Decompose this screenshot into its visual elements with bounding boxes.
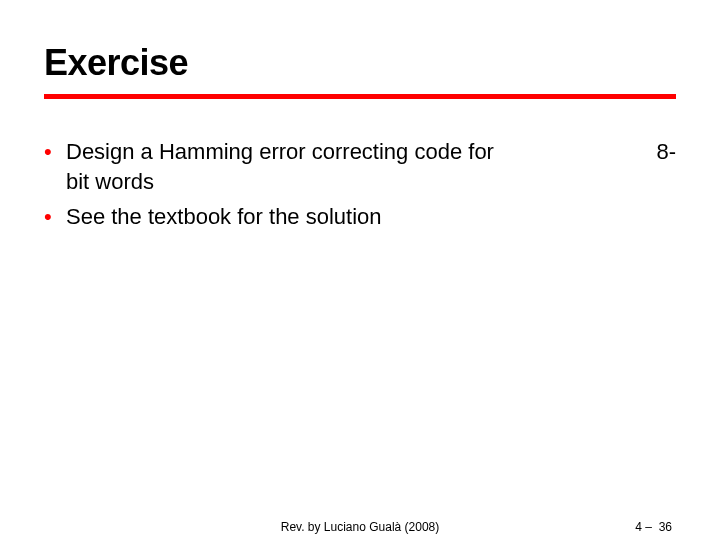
bullet-hanging-text: 8- — [656, 137, 676, 167]
slide-content: • 8- Design a Hamming error correcting c… — [44, 137, 676, 232]
footer-page-number: 4 – 36 — [635, 520, 672, 534]
slide-title: Exercise — [44, 42, 676, 84]
bullet-marker-icon: • — [44, 137, 66, 167]
bullet-line-1: See the textbook for the solution — [66, 204, 382, 229]
bullet-item: • 8- Design a Hamming error correcting c… — [44, 137, 676, 196]
bullet-item: • See the textbook for the solution — [44, 202, 676, 232]
bullet-marker-icon: • — [44, 202, 66, 232]
title-underline — [44, 94, 676, 99]
footer-center-text: Rev. by Luciano Gualà (2008) — [0, 520, 720, 534]
bullet-line-2: bit words — [66, 169, 154, 194]
bullet-line-1: Design a Hamming error correcting code f… — [66, 139, 494, 164]
slide: Exercise • 8- Design a Hamming error cor… — [0, 0, 720, 540]
bullet-text: See the textbook for the solution — [66, 202, 676, 232]
bullet-text: 8- Design a Hamming error correcting cod… — [66, 137, 676, 196]
